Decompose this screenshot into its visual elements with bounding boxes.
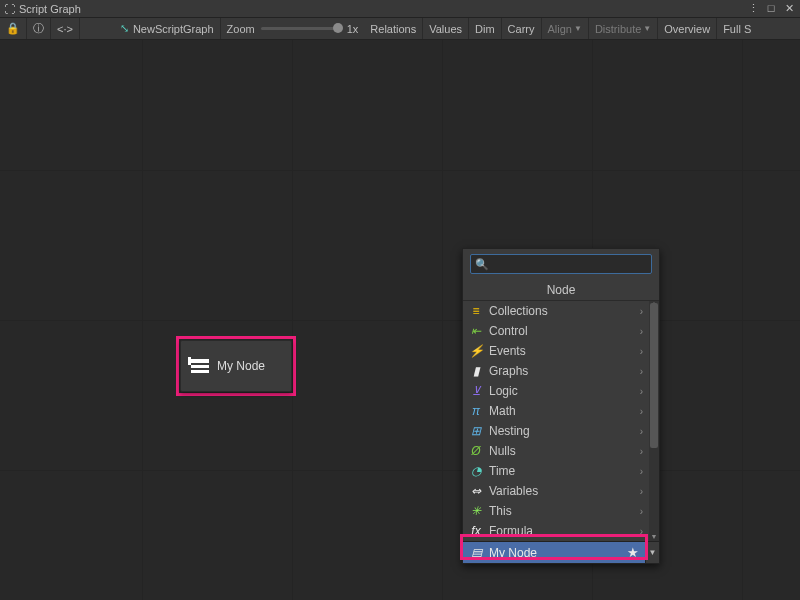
graph-name-label: NewScriptGraph — [133, 23, 214, 35]
search-box[interactable]: 🔍 — [470, 254, 652, 274]
scrollbar-thumb[interactable] — [650, 303, 658, 448]
null-icon: Ø — [469, 444, 483, 458]
chevron-down-icon: ▼ — [643, 24, 651, 33]
lock-icon: 🔒 — [6, 22, 20, 35]
toolbar: 🔒 ⓘ <·> ⤡ NewScriptGraph Zoom 1x Relatio… — [0, 18, 800, 40]
fuzzy-item-label: Time — [489, 464, 515, 478]
zoom-slider[interactable] — [261, 27, 341, 30]
scroll-down-icon[interactable]: ▼ — [649, 533, 659, 541]
fuzzy-item[interactable]: ≡Collections› — [463, 301, 649, 321]
chevron-right-icon: › — [640, 426, 643, 437]
fuzzy-selected-item[interactable]: ▤ My Node ★ — [463, 542, 645, 563]
chevron-right-icon: › — [640, 386, 643, 397]
chevron-right-icon: › — [640, 466, 643, 477]
fuzzy-item-label: Graphs — [489, 364, 528, 378]
fuzzy-item-label: Nesting — [489, 424, 530, 438]
info-icon: ⓘ — [33, 21, 44, 36]
fuzzy-item[interactable]: ⊻Logic› — [463, 381, 649, 401]
chevron-right-icon: › — [640, 486, 643, 497]
node-stack-icon: ▤ — [469, 546, 483, 560]
graph-picker[interactable]: ⤡ NewScriptGraph — [114, 18, 221, 39]
maximize-icon[interactable]: □ — [764, 2, 778, 15]
fuzzy-item-label: Events — [489, 344, 526, 358]
var-icon: ⇔ — [469, 484, 483, 498]
star-icon[interactable]: ★ — [627, 545, 639, 560]
chevron-right-icon: › — [640, 406, 643, 417]
branch-icon: ⇤ — [469, 324, 483, 338]
fuzzy-item[interactable]: ◔Time› — [463, 461, 649, 481]
fuzzy-item-label: This — [489, 504, 512, 518]
fuzzy-item-label: Formula — [489, 524, 533, 538]
code-button[interactable]: <·> — [51, 18, 80, 39]
overview-button[interactable]: Overview — [658, 18, 717, 39]
this-icon: ✳ — [469, 504, 483, 518]
close-icon[interactable]: ✕ — [782, 2, 796, 15]
pi-icon: π — [469, 404, 483, 418]
fuzzy-item[interactable]: ⇔Variables› — [463, 481, 649, 501]
chevron-right-icon: › — [640, 326, 643, 337]
dim-button[interactable]: Dim — [469, 18, 502, 39]
logic-icon: ⊻ — [469, 384, 483, 398]
fuzzy-options-dropdown[interactable]: ▼ — [645, 542, 659, 563]
search-input[interactable] — [493, 258, 647, 270]
code-icon: <·> — [57, 23, 73, 35]
fuzzy-item[interactable]: πMath› — [463, 401, 649, 421]
window-titlebar: ⛶ Script Graph ⋮ □ ✕ — [0, 0, 800, 18]
align-dropdown[interactable]: Align▼ — [542, 18, 589, 39]
search-icon: 🔍 — [475, 258, 489, 271]
fuzzy-item[interactable]: ⚡Events› — [463, 341, 649, 361]
fuzzy-item[interactable]: ØNulls› — [463, 441, 649, 461]
fuzzy-item[interactable]: ✳This› — [463, 501, 649, 521]
kebab-menu-icon[interactable]: ⋮ — [746, 2, 760, 15]
fuzzy-item-label: Logic — [489, 384, 518, 398]
fuzzy-item-label: Nulls — [489, 444, 516, 458]
lock-button[interactable]: 🔒 — [0, 18, 27, 39]
graph-node[interactable]: My Node — [180, 340, 292, 392]
zoom-value: 1x — [347, 23, 359, 35]
graph-icon: ⤡ — [120, 22, 129, 35]
relations-button[interactable]: Relations — [364, 18, 423, 39]
graph-window-icon: ⛶ — [4, 3, 15, 15]
chevron-right-icon: › — [640, 306, 643, 317]
chevron-right-icon: › — [640, 526, 643, 537]
chevron-down-icon: ▼ — [574, 24, 582, 33]
node-stack-icon — [191, 359, 209, 373]
node-label: My Node — [217, 359, 265, 373]
chevron-right-icon: › — [640, 446, 643, 457]
fuzzy-item-label: Math — [489, 404, 516, 418]
distribute-dropdown[interactable]: Distribute▼ — [589, 18, 658, 39]
info-button[interactable]: ⓘ — [27, 18, 51, 39]
scrollbar-track[interactable]: ▲ ▼ — [649, 301, 659, 541]
values-button[interactable]: Values — [423, 18, 469, 39]
list-icon: ≡ — [469, 304, 483, 318]
fuzzy-finder: 🔍 Node ▲ ▼ ≡Collections›⇤Control›⚡Events… — [462, 248, 660, 564]
fuzzy-item-label: Variables — [489, 484, 538, 498]
graph-canvas[interactable]: My Node — [0, 40, 800, 600]
chevron-down-icon: ▼ — [649, 548, 657, 557]
chevron-right-icon: › — [640, 346, 643, 357]
folder-icon: ▮ — [469, 364, 483, 378]
chevron-right-icon: › — [640, 506, 643, 517]
fuzzy-item[interactable]: ⊞Nesting› — [463, 421, 649, 441]
carry-button[interactable]: Carry — [502, 18, 542, 39]
clock-icon: ◔ — [469, 464, 483, 478]
fuzzy-list: ▲ ▼ ≡Collections›⇤Control›⚡Events›▮Graph… — [463, 301, 659, 541]
zoom-control[interactable]: Zoom 1x — [221, 18, 365, 39]
window-title: Script Graph — [19, 3, 81, 15]
bolt-icon: ⚡ — [469, 344, 483, 358]
fullscreen-button[interactable]: Full S — [717, 18, 757, 39]
fuzzy-item[interactable]: ⇤Control› — [463, 321, 649, 341]
zoom-label: Zoom — [227, 23, 255, 35]
chevron-right-icon: › — [640, 366, 643, 377]
fuzzy-item[interactable]: fxFormula› — [463, 521, 649, 541]
fuzzy-header: Node — [463, 279, 659, 301]
fuzzy-item[interactable]: ▮Graphs› — [463, 361, 649, 381]
nesting-icon: ⊞ — [469, 424, 483, 438]
fuzzy-item-label: Collections — [489, 304, 548, 318]
fuzzy-selected-label: My Node — [489, 546, 537, 560]
fx-icon: fx — [469, 524, 483, 538]
fuzzy-item-label: Control — [489, 324, 528, 338]
